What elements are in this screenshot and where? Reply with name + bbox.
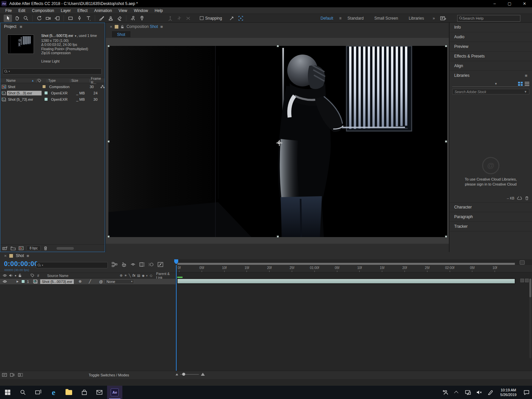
windows-ink-icon[interactable] (485, 386, 496, 399)
camera-tool[interactable] (44, 15, 52, 22)
panel-header-character[interactable]: Character (450, 202, 532, 212)
comp-handle[interactable] (107, 235, 110, 238)
action-center-icon[interactable] (521, 386, 532, 399)
puppet-pin-tool[interactable] (138, 15, 146, 22)
help-search[interactable] (457, 15, 520, 22)
parent-pickwhip-icon[interactable]: @ (99, 280, 103, 284)
network-icon[interactable] (462, 386, 473, 399)
comp-handle[interactable] (277, 45, 279, 47)
menu-item-composition[interactable]: Composition (29, 8, 58, 13)
edge-icon[interactable]: e (46, 386, 61, 399)
time-ruler[interactable]: 0f05f10f15f20f25f01:00f05f10f15f20f25f02… (176, 265, 532, 272)
comp-handle[interactable] (445, 235, 447, 238)
expand-transfer-icon[interactable] (18, 373, 23, 377)
panel-header-paragraph[interactable]: Paragraph (450, 212, 532, 222)
people-icon[interactable] (440, 386, 451, 399)
work-area-bar[interactable] (177, 263, 515, 265)
type-tool[interactable] (84, 15, 92, 22)
workspace-small-screen[interactable]: Small Screen (370, 16, 403, 21)
eraser-tool[interactable] (115, 15, 124, 22)
workspace-libraries[interactable]: Libraries (404, 16, 429, 21)
pen-tool[interactable] (75, 15, 83, 22)
grid-view-icon[interactable] (518, 82, 523, 86)
composition-viewer[interactable]: (81.4%)▾ 0:00:00:00 (Full)▾ Active Camer… (106, 38, 449, 244)
frame-blending-icon[interactable] (139, 262, 145, 267)
draft-3d-icon[interactable] (121, 262, 127, 267)
menu-item-view[interactable]: View (115, 8, 131, 13)
panel-header-preview[interactable]: Preview (450, 42, 532, 52)
panel-header-audio[interactable]: Audio (450, 32, 532, 42)
search-caret-icon[interactable]: ▾ (9, 70, 10, 73)
taskbar-clock[interactable]: 10:19 AM 5/26/2019 (496, 388, 521, 397)
menu-item-file[interactable]: File (2, 8, 15, 13)
search-caret-icon[interactable]: ▾ (42, 264, 43, 267)
layer-row[interactable]: ▶ 1 Shot {5...0073}.exr ⊕ ╱ @ None ▾ (0, 279, 176, 284)
adobe-stock-search[interactable]: Search Adobe Stock ▼ (452, 89, 529, 94)
layer-duration-bar[interactable] (177, 279, 515, 284)
layer-visibility-icon[interactable] (0, 280, 10, 283)
footage-caret-icon[interactable]: ▼ (74, 35, 77, 38)
maximize-button[interactable]: ▢ (502, 0, 517, 7)
zoom-knob[interactable] (182, 373, 185, 376)
close-tab-icon[interactable]: ✕ (4, 254, 7, 258)
rectangle-tool[interactable] (66, 15, 74, 22)
menu-item-animation[interactable]: Animation (91, 8, 115, 13)
view-axis-mode-icon[interactable] (184, 15, 192, 22)
panel-header-effects-presets[interactable]: Effects & Presets (450, 52, 532, 61)
file-explorer-icon[interactable] (61, 386, 76, 399)
menu-item-window[interactable]: Window (130, 8, 151, 13)
libraries-dropdown[interactable]: ▼ (452, 81, 529, 87)
video-column-icon[interactable] (3, 274, 7, 277)
workspace-default[interactable]: Default (316, 16, 338, 21)
timeline-vscroll[interactable] (529, 279, 531, 358)
comp-marker-bin[interactable] (520, 260, 525, 265)
timeline-tab-name[interactable]: Shot (16, 253, 24, 258)
column-size[interactable]: Size (71, 78, 89, 82)
switches-columns[interactable]: ⊕ ☀ ╲ fx ▤ ◉ ◐ ◇ (120, 274, 156, 277)
column-name[interactable]: Name (0, 78, 32, 82)
close-tab-icon[interactable]: ✕ (110, 25, 112, 29)
expand-layer-icon[interactable]: ▶ (10, 280, 19, 283)
layer-name[interactable]: Shot {5...0073}.exr (40, 279, 74, 284)
menu-item-effect[interactable]: Effect (74, 8, 91, 13)
hand-tool[interactable] (13, 15, 21, 22)
minimize-button[interactable]: – (487, 0, 502, 7)
layer-label-chip[interactable] (21, 280, 25, 283)
workspace-standard[interactable]: Standard (343, 16, 368, 21)
timeline-search[interactable]: ▾ (36, 262, 108, 268)
project-bit-depth[interactable]: 8 bpc (27, 246, 41, 251)
panel-header-tracker[interactable]: Tracker (450, 222, 532, 231)
snapping-checkbox[interactable] (200, 16, 203, 20)
shy-icon[interactable] (130, 262, 136, 267)
graph-editor-icon[interactable] (158, 262, 163, 267)
expand-inout-icon[interactable] (10, 373, 15, 377)
tray-chevron-icon[interactable] (451, 386, 462, 399)
panel-menu-icon[interactable]: ≡ (525, 73, 527, 78)
new-folder-icon[interactable] (11, 246, 16, 250)
column-type[interactable]: Type (48, 78, 69, 82)
layer-quality-switch[interactable]: ╱ (89, 279, 91, 284)
index-column[interactable]: # (37, 274, 47, 278)
sort-ascending-icon[interactable]: ▲ (32, 79, 36, 82)
parent-dropdown[interactable]: None ▾ (105, 279, 134, 284)
project-item-row[interactable]: ShotComposition30 (0, 83, 105, 90)
project-item-row[interactable]: Shot {5_73}.exrOpenEXR_ MB30 (0, 96, 105, 102)
item-label-chip[interactable] (42, 85, 46, 88)
project-columns-header[interactable]: Name ▲ | | Type | Size | Frame R... (0, 78, 105, 83)
item-name[interactable]: Shot (7, 84, 40, 89)
libraries-title[interactable]: Libraries (454, 73, 469, 78)
task-view-icon[interactable] (31, 386, 46, 399)
delete-library-icon[interactable] (525, 196, 529, 200)
toggle-switches-modes-button[interactable]: Toggle Switches / Modes (80, 372, 138, 378)
comp-handle[interactable] (107, 140, 110, 143)
parent-link-column[interactable]: Parent & Link (156, 272, 176, 280)
list-view-icon[interactable] (525, 82, 529, 86)
motion-blur-icon[interactable] (148, 262, 154, 267)
lock-column-icon[interactable] (18, 274, 22, 277)
manage-workspaces-icon[interactable] (439, 15, 448, 22)
layer-anchor-switch[interactable]: ⊕ (78, 279, 81, 284)
start-button[interactable] (0, 386, 15, 399)
zoom-in-icon[interactable] (201, 373, 205, 376)
layer-bar-button[interactable] (520, 279, 524, 282)
brush-tool[interactable] (97, 15, 106, 22)
